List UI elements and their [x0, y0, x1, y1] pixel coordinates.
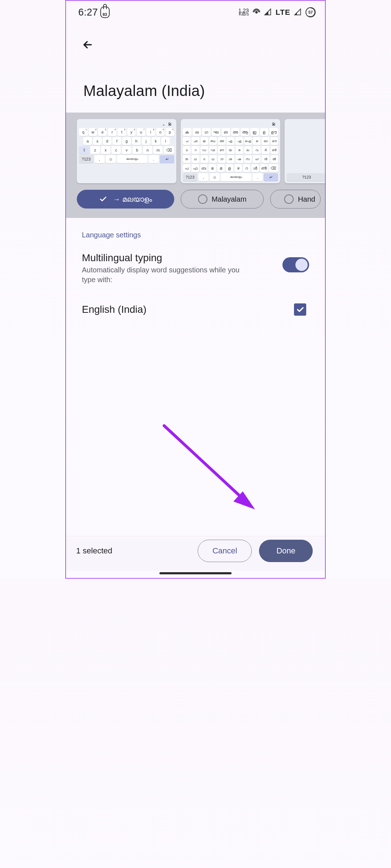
- backspace-key: ⌫: [269, 164, 278, 172]
- multilingual-toggle[interactable]: [282, 257, 309, 272]
- check-icon: [296, 305, 304, 314]
- cancel-button[interactable]: Cancel: [198, 540, 252, 562]
- svg-marker-2: [233, 491, 255, 509]
- language-checkbox[interactable]: [294, 303, 306, 316]
- keyboard-preview-handwriting[interactable]: ?123 മലയാ: [285, 119, 325, 183]
- radio-unchecked-icon: [198, 194, 207, 204]
- symbols-key: ?123: [183, 173, 197, 181]
- svg-line-1: [164, 426, 243, 499]
- key-row: q1w2e3r4t5y6u7i8o9p0: [79, 128, 174, 136]
- svg-point-0: [256, 12, 258, 13]
- keyboard-preview-native[interactable]: 🎤︎ കഖഗഘങഅആഇഉഊ ചഛജഝഞഎഏഐഒഓഔ ടഠഡഢണയരലവർൺ തഥ…: [181, 119, 280, 183]
- gesture-nav-bar[interactable]: [159, 572, 232, 574]
- status-bar: 6:27 83 1.23 KiB/s LTE 57: [66, 1, 325, 22]
- section-header: Language settings: [82, 231, 309, 249]
- page-title: Malayalam (India): [80, 53, 311, 113]
- selected-count: 1 selected: [76, 546, 112, 556]
- chevron-down-icon: ⌄: [162, 122, 165, 127]
- mic-icon: 🎤︎: [272, 122, 276, 126]
- backspace-key: ⌫: [164, 146, 174, 154]
- enter-key: ↵: [160, 155, 174, 163]
- bottom-action-bar: 1 selected Cancel Done: [66, 532, 325, 571]
- spacebar: മലയാളം: [117, 155, 148, 163]
- keyboard-preview-transliteration[interactable]: ⌄🎤︎ q1w2e3r4t5y6u7i8o9p0 asdfghjkl ⇧ zxc…: [77, 119, 176, 183]
- back-button[interactable]: [80, 37, 96, 53]
- chip-label: Hand: [298, 195, 315, 203]
- enter-key: ↵: [264, 173, 278, 181]
- signal-icon: [264, 8, 272, 16]
- arrow-left-icon: [82, 39, 94, 51]
- symbols-key: ?123: [287, 173, 325, 181]
- keyboard-layout-carousel[interactable]: ⌄🎤︎ q1w2e3r4t5y6u7i8o9p0 asdfghjkl ⇧ zxc…: [66, 113, 325, 218]
- setting-title: Multilingual typing: [82, 252, 241, 265]
- radio-unchecked-icon: [284, 194, 294, 204]
- check-icon: [99, 195, 109, 203]
- signal-icon-2: [294, 8, 302, 16]
- annotation-arrow: [161, 423, 262, 517]
- chip-label: Malayalam: [212, 195, 247, 203]
- shift-key: ⇧: [79, 146, 89, 154]
- multilingual-typing-row[interactable]: Multilingual typing Automatically displa…: [82, 249, 309, 293]
- emoji-key: ☺: [210, 173, 220, 181]
- mic-icon: 🎤︎: [168, 122, 172, 126]
- language-row[interactable]: English (India): [82, 293, 309, 316]
- hotspot-icon: [252, 8, 260, 16]
- layout-chip-malayalam[interactable]: Malayalam: [181, 190, 264, 209]
- spacebar: മലയാളം: [221, 173, 251, 181]
- lte-label: LTE: [276, 8, 290, 17]
- status-clock: 6:27: [78, 7, 98, 18]
- done-button[interactable]: Done: [259, 540, 313, 562]
- emoji-key: ☺: [106, 155, 116, 163]
- layout-chip-transliteration[interactable]: → മലയാളം: [77, 190, 174, 209]
- setting-subtitle: Automatically display word suggestions w…: [82, 265, 241, 285]
- symbols-key: ?123: [79, 155, 93, 163]
- lock-badge-icon: 83: [100, 6, 110, 18]
- network-speed: 1.23 KiB/s: [238, 8, 249, 16]
- layout-chip-handwriting[interactable]: Hand: [270, 190, 321, 209]
- battery-icon: 57: [306, 7, 316, 17]
- language-name: English (India): [82, 304, 146, 315]
- chip-label: → മലയാളം: [113, 195, 152, 203]
